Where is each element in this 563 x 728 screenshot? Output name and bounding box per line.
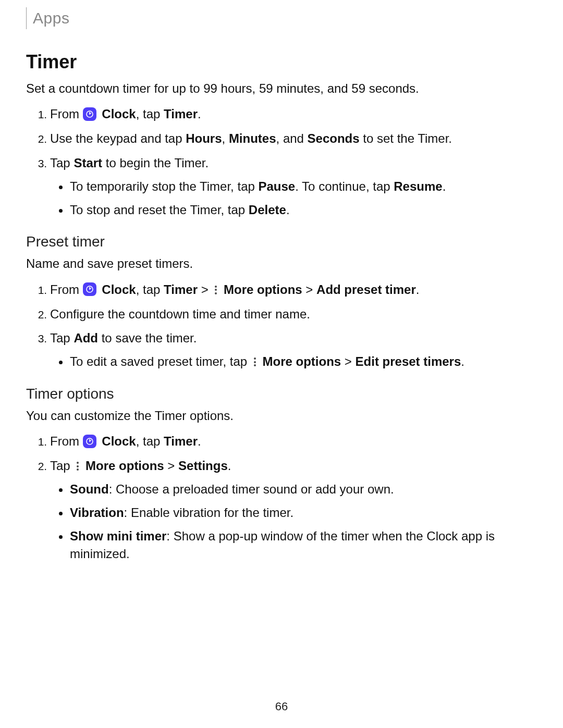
page-number: 66 <box>0 700 563 713</box>
text: Tap <box>50 459 74 473</box>
list-item: To temporarily stop the Timer, tap Pause… <box>70 178 537 196</box>
text: to save the timer. <box>98 331 197 345</box>
text: . <box>461 354 464 368</box>
list-item: From Clock, tap Timer. <box>50 433 537 451</box>
text: From <box>50 434 83 448</box>
text: From <box>50 282 83 297</box>
sub-list: Sound: Choose a preloaded timer sound or… <box>50 480 537 563</box>
section-intro: Set a countdown timer for up to 99 hours… <box>26 80 537 97</box>
text: Tap <box>50 331 74 345</box>
text-bold: Show mini timer <box>70 529 166 543</box>
options-steps: From Clock, tap Timer. Tap More options … <box>26 433 537 563</box>
text-bold: Clock <box>102 107 136 121</box>
list-item: Use the keypad and tap Hours, Minutes, a… <box>50 130 537 148</box>
text-bold: Hours <box>186 131 222 145</box>
text-bold: Edit preset timers <box>356 354 461 368</box>
list-item: Show mini timer: Show a pop-up window of… <box>70 527 537 564</box>
text-bold: More options <box>85 459 164 473</box>
text-bold: Minutes <box>229 131 276 145</box>
clock-icon <box>83 107 96 121</box>
text-bold: Add preset timer <box>316 282 416 297</box>
sub-list: To temporarily stop the Timer, tap Pause… <box>50 178 537 219</box>
subsection-title: Preset timer <box>26 233 537 250</box>
text-bold: More options <box>224 282 302 297</box>
text: , tap <box>136 434 164 448</box>
clock-icon <box>83 435 96 448</box>
list-item: Vibration: Enable vibration for the time… <box>70 504 537 522</box>
clock-icon <box>83 282 96 296</box>
list-item: Tap More options > Settings. Sound: Choo… <box>50 457 537 563</box>
text: Use the keypad and tap <box>50 131 186 145</box>
text: . <box>228 459 231 473</box>
text-bold: Delete <box>249 203 286 217</box>
text-bold: Timer <box>164 107 198 121</box>
list-item: From Clock, tap Timer > More options > A… <box>50 281 537 299</box>
subsection-title: Timer options <box>26 386 537 402</box>
text-bold: Vibration <box>70 505 124 520</box>
timer-steps: From Clock, tap Timer. Use the keypad an… <box>26 105 537 219</box>
text: to set the Timer. <box>360 131 452 145</box>
header-title: Apps <box>33 9 69 27</box>
text: To edit a saved preset timer, tap <box>70 354 251 368</box>
list-item: Sound: Choose a preloaded timer sound or… <box>70 480 537 499</box>
text: to begin the Timer. <box>102 156 209 170</box>
text-bold: Timer <box>164 434 198 448</box>
more-options-icon <box>75 461 81 472</box>
text: : Choose a preloaded timer sound or add … <box>109 482 394 496</box>
text-bold: Resume <box>394 179 442 193</box>
text: > <box>341 354 355 368</box>
text-bold: Start <box>74 156 102 170</box>
text: > <box>164 459 178 473</box>
text: . <box>443 179 446 193</box>
text: , and <box>276 131 308 145</box>
list-item: To stop and reset the Timer, tap Delete. <box>70 201 537 219</box>
text-bold: Seconds <box>308 131 360 145</box>
text: , tap <box>136 282 164 297</box>
text-bold: Clock <box>102 434 136 448</box>
section-title: Timer <box>26 51 537 73</box>
text: Tap <box>50 156 74 170</box>
text-bold: Timer <box>164 282 198 297</box>
more-options-icon <box>213 284 219 295</box>
preset-steps: From Clock, tap Timer > More options > A… <box>26 281 537 371</box>
text: To temporarily stop the Timer, tap <box>70 179 259 193</box>
more-options-icon <box>252 356 258 368</box>
text: . <box>286 203 290 217</box>
text: , tap <box>136 107 164 121</box>
sub-list: To edit a saved preset timer, tap More o… <box>50 353 537 371</box>
subsection-intro: You can customize the Timer options. <box>26 408 537 424</box>
text: To stop and reset the Timer, tap <box>70 203 249 217</box>
list-item: Configure the countdown time and timer n… <box>50 305 537 324</box>
text-bold: Add <box>74 331 98 345</box>
subsection-intro: Name and save preset timers. <box>26 255 537 272</box>
list-item: To edit a saved preset timer, tap More o… <box>70 353 537 371</box>
text: . To continue, tap <box>295 179 394 193</box>
text: Configure the countdown time and timer n… <box>50 307 310 321</box>
text: > <box>302 282 316 297</box>
text-bold: Clock <box>102 282 136 297</box>
text-bold: Settings <box>178 459 228 473</box>
text: : Enable vibration for the timer. <box>124 505 294 520</box>
page-header: Apps <box>26 7 537 29</box>
text: > <box>198 282 212 297</box>
list-item: Tap Start to begin the Timer. To tempora… <box>50 154 537 219</box>
text: . <box>198 107 201 121</box>
text: , <box>222 131 229 145</box>
text-bold: Sound <box>70 482 109 496</box>
text-bold: More options <box>263 354 341 368</box>
text-bold: Pause <box>259 179 296 193</box>
text: . <box>416 282 420 297</box>
text: . <box>198 434 201 448</box>
list-item: Tap Add to save the timer. To edit a sav… <box>50 329 537 371</box>
list-item: From Clock, tap Timer. <box>50 105 537 124</box>
text: From <box>50 107 83 121</box>
